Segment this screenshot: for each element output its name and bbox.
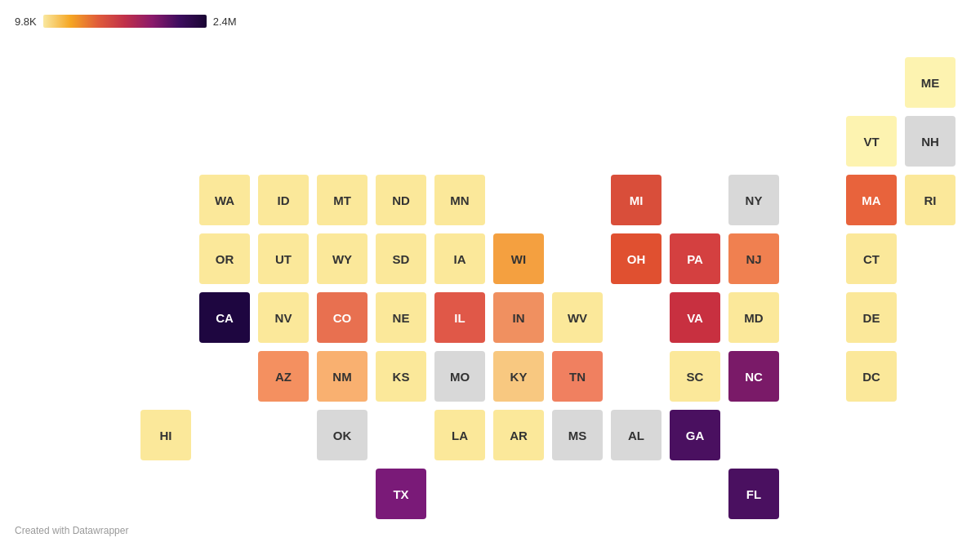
state-tile-az[interactable]: AZ	[258, 351, 309, 402]
state-tile-oh[interactable]: OH	[611, 233, 662, 284]
state-tile-nm[interactable]: NM	[317, 351, 368, 402]
state-tile-sc[interactable]: SC	[670, 351, 720, 402]
state-tile-tn[interactable]: TN	[552, 351, 603, 402]
state-tile-ut[interactable]: UT	[258, 233, 309, 284]
state-tile-ok[interactable]: OK	[317, 410, 368, 460]
state-tile-wy[interactable]: WY	[317, 233, 368, 284]
state-tile-ma[interactable]: MA	[846, 175, 897, 225]
state-tile-mo[interactable]: MO	[434, 351, 485, 402]
state-tile-va[interactable]: VA	[670, 292, 720, 343]
state-tile-mi[interactable]: MI	[611, 175, 662, 225]
state-tile-ia[interactable]: IA	[434, 233, 485, 284]
legend-max-label: 2.4M	[213, 16, 237, 28]
state-tile-la[interactable]: LA	[434, 410, 485, 460]
state-tile-in[interactable]: IN	[493, 292, 544, 343]
state-tile-ne[interactable]: NE	[376, 292, 426, 343]
state-tile-nh[interactable]: NH	[905, 116, 956, 167]
state-tile-ks[interactable]: KS	[376, 351, 426, 402]
state-tile-ct[interactable]: CT	[846, 233, 897, 284]
state-tile-de[interactable]: DE	[846, 292, 897, 343]
state-tile-ky[interactable]: KY	[493, 351, 544, 402]
state-tile-ca[interactable]: CA	[199, 292, 250, 343]
state-tile-mt[interactable]: MT	[317, 175, 368, 225]
state-tile-sd[interactable]: SD	[376, 233, 426, 284]
state-tile-or[interactable]: OR	[199, 233, 250, 284]
state-tile-ri[interactable]: RI	[905, 175, 956, 225]
state-tile-wv[interactable]: WV	[552, 292, 603, 343]
map-container: 9.8K 2.4M MEVTNHWAIDMTNDMNMINYMARIORUTWY…	[0, 0, 980, 551]
state-tile-vt[interactable]: VT	[846, 116, 897, 167]
state-tile-ms[interactable]: MS	[552, 410, 603, 460]
state-tile-tx[interactable]: TX	[376, 469, 426, 519]
state-tile-hi[interactable]: HI	[140, 410, 191, 460]
state-tile-nc[interactable]: NC	[728, 351, 779, 402]
state-tile-co[interactable]: CO	[317, 292, 368, 343]
legend: 9.8K 2.4M	[15, 15, 237, 28]
state-tile-nd[interactable]: ND	[376, 175, 426, 225]
state-tile-fl[interactable]: FL	[728, 469, 779, 519]
state-tile-al[interactable]: AL	[611, 410, 662, 460]
state-tile-wi[interactable]: WI	[493, 233, 544, 284]
state-tile-me[interactable]: ME	[905, 57, 956, 108]
footer-label: Created with Datawrapper	[15, 525, 128, 536]
state-tile-wa[interactable]: WA	[199, 175, 250, 225]
state-tile-mn[interactable]: MN	[434, 175, 485, 225]
state-tile-md[interactable]: MD	[728, 292, 779, 343]
state-tile-pa[interactable]: PA	[670, 233, 720, 284]
state-tile-il[interactable]: IL	[434, 292, 485, 343]
legend-min-label: 9.8K	[15, 16, 37, 28]
state-tile-dc[interactable]: DC	[846, 351, 897, 402]
state-tile-ar[interactable]: AR	[493, 410, 544, 460]
legend-gradient	[43, 15, 207, 28]
state-tile-nv[interactable]: NV	[258, 292, 309, 343]
state-tile-ny[interactable]: NY	[728, 175, 779, 225]
state-tile-id[interactable]: ID	[258, 175, 309, 225]
state-tile-ga[interactable]: GA	[670, 410, 720, 460]
state-tile-nj[interactable]: NJ	[728, 233, 779, 284]
